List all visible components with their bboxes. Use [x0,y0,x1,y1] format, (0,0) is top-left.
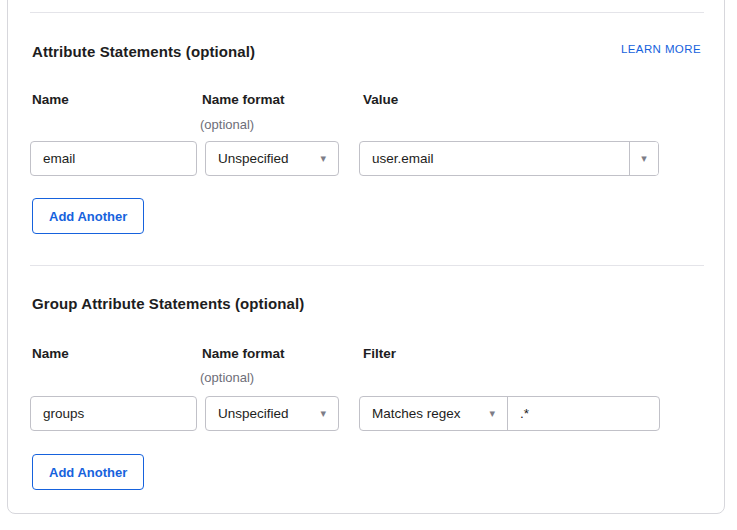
attr-name-format-optional-note: (optional) [200,118,254,132]
group-filter-column-label: Filter [363,347,396,361]
group-filter-value-input[interactable] [508,397,659,430]
group-name-column-label: Name [32,347,69,361]
group-name-format-selected-value: Unspecified [218,406,289,421]
attr-value-column-label: Value [363,93,398,107]
chevron-down-icon: ▾ [320,408,326,419]
attr-value-dropdown-button[interactable]: ▾ [629,142,658,175]
group-filter-combo: Matches regex ▾ [359,396,660,431]
group-attribute-statements-title: Group Attribute Statements (optional) [32,296,304,312]
page: Attribute Statements (optional) LEARN MO… [0,0,737,530]
attr-add-another-button[interactable]: Add Another [32,198,144,234]
top-divider [30,12,704,13]
chevron-down-icon: ▾ [320,153,326,164]
group-name-format-select[interactable]: Unspecified ▾ [205,396,339,431]
chevron-down-icon: ▾ [489,408,495,419]
attr-name-format-selected-value: Unspecified [218,151,289,166]
attr-name-input[interactable] [30,141,197,176]
attribute-statements-title: Attribute Statements (optional) [32,44,255,60]
chevron-down-icon: ▾ [641,153,647,164]
group-name-format-column-label: Name format [202,347,285,361]
group-filter-type-selected-value: Matches regex [372,406,461,421]
attr-value-input[interactable] [360,142,629,175]
attr-name-format-select[interactable]: Unspecified ▾ [205,141,339,176]
group-name-format-optional-note: (optional) [200,371,254,385]
section-divider [30,265,704,266]
learn-more-link[interactable]: LEARN MORE [621,43,701,55]
saml-settings-panel [7,0,725,514]
group-add-another-button[interactable]: Add Another [32,454,144,490]
attr-name-column-label: Name [32,93,69,107]
attr-name-format-column-label: Name format [202,93,285,107]
group-filter-type-select[interactable]: Matches regex ▾ [360,397,508,430]
attr-value-combo: ▾ [359,141,659,176]
group-name-input[interactable] [30,396,197,431]
